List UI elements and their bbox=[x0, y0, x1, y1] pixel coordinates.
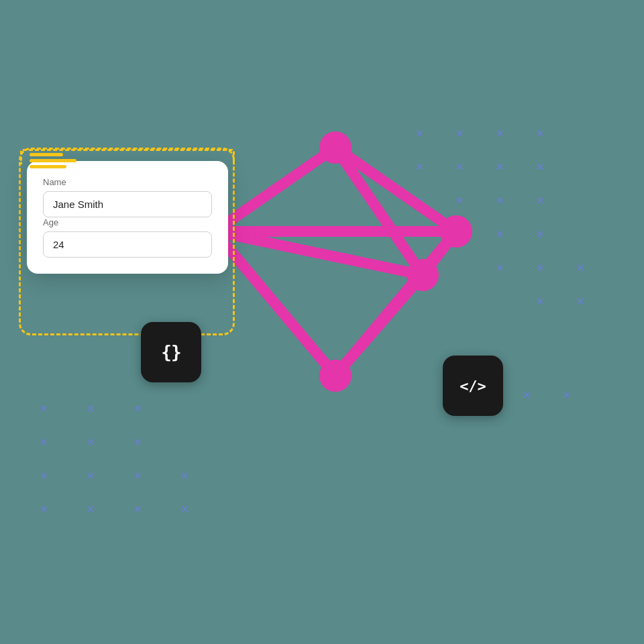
menu-lines-decoration bbox=[30, 153, 76, 168]
svg-point-10 bbox=[440, 215, 472, 248]
name-label: Name bbox=[43, 177, 212, 187]
svg-point-9 bbox=[319, 131, 352, 164]
name-field-group: Name bbox=[43, 177, 212, 217]
svg-line-0 bbox=[335, 148, 456, 231]
svg-point-13 bbox=[319, 360, 352, 392]
menu-line bbox=[30, 165, 66, 168]
json-icon: {} bbox=[161, 342, 180, 362]
svg-line-6 bbox=[335, 275, 423, 376]
age-input[interactable] bbox=[43, 231, 212, 258]
name-input[interactable] bbox=[43, 191, 212, 217]
form-card: Name Age bbox=[27, 161, 228, 274]
svg-point-11 bbox=[407, 259, 439, 291]
menu-line bbox=[30, 153, 63, 156]
age-field-group: Age bbox=[43, 217, 212, 258]
json-icon-box: {} bbox=[141, 322, 201, 382]
menu-line bbox=[30, 159, 76, 162]
code-icon: </> bbox=[460, 378, 486, 394]
code-icon-box: </> bbox=[443, 356, 503, 416]
age-label: Age bbox=[43, 217, 212, 227]
